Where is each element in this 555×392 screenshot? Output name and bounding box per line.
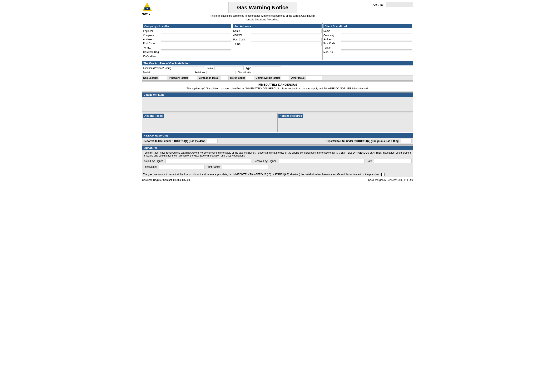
client-name-value[interactable]	[341, 29, 412, 33]
actions-required-header: Actions Required	[278, 114, 303, 118]
gas-escape-value[interactable]	[159, 76, 167, 80]
meter-value[interactable]	[246, 76, 254, 80]
ventilation-item: Ventilation Issue:	[199, 76, 229, 80]
top-section: Company / Installer Engineer Company Add…	[142, 23, 413, 60]
page-title: Gas Warning Notice	[237, 4, 288, 11]
job-postcode-row: Post Code	[233, 38, 321, 42]
signatures-header: Signatures	[142, 146, 413, 150]
client-name-label: Name	[323, 29, 340, 33]
cert-no-field[interactable]	[386, 2, 413, 7]
pipework-value[interactable]	[189, 76, 197, 80]
print-name-row: Print Name: Print Name:	[144, 165, 412, 169]
received-signed-label: Received by: Signed	[253, 160, 276, 163]
signatures-confirm-text: I confirm that I have received this Warn…	[144, 151, 412, 157]
received-signed-value[interactable]	[279, 159, 365, 163]
faults-body[interactable]	[142, 97, 413, 111]
actions-required-body[interactable]	[278, 119, 412, 131]
actions-taken-col: Actions Taken	[142, 113, 278, 132]
make-value[interactable]	[214, 66, 244, 70]
other-item: Other Issue	[291, 76, 322, 80]
print-name1-value[interactable]	[159, 165, 205, 169]
title-box: Gas Warning Notice	[228, 2, 297, 13]
client-company-value[interactable]	[341, 34, 412, 37]
meter-item: Meter Issue:	[230, 76, 254, 80]
postcode-value[interactable]	[161, 42, 232, 45]
job-postcode-value[interactable]	[251, 38, 321, 42]
client-postcode-value[interactable]	[341, 42, 412, 45]
job-address-value-2[interactable]	[251, 35, 321, 35]
ventilation-value[interactable]	[220, 76, 229, 80]
client-address-value-2[interactable]	[341, 39, 412, 39]
job-address-col: Job Address Name Address Post Code	[232, 23, 323, 60]
client-name-row: Name	[323, 29, 412, 33]
idcardno-row: ID Card No.	[143, 55, 232, 58]
subtitle: This form should be completed in accorda…	[156, 14, 369, 22]
address-value-2[interactable]	[161, 39, 232, 39]
other-value[interactable]	[305, 76, 322, 80]
client-company-row: Company	[323, 34, 412, 37]
idcardno-value[interactable]	[161, 55, 232, 58]
job-address-value-4[interactable]	[251, 37, 321, 37]
gas-safe-logo: safe safe	[142, 2, 152, 12]
actions-taken-body[interactable]	[143, 119, 277, 131]
not-present-checkbox[interactable]	[381, 173, 385, 176]
gassafereg-label: Gas Safe Reg	[143, 51, 160, 54]
location-label: Location (Position/Room)	[143, 67, 171, 70]
engineer-label: Engineer	[143, 29, 160, 33]
client-postcode-label: Post Code	[323, 42, 340, 45]
client-address-value-1[interactable]	[341, 38, 412, 38]
engineer-value[interactable]	[161, 29, 232, 33]
type-item: Type	[246, 66, 281, 70]
pipework-item: Pipework Issue:	[169, 76, 197, 80]
job-name-row: Name	[233, 29, 321, 33]
print-name2-label: Print Name:	[207, 166, 220, 168]
location-value[interactable]	[172, 66, 205, 70]
company-row: Company	[143, 34, 232, 37]
model-label: Model	[143, 71, 150, 74]
subtitle-line2: Unsafe Situations Procedure.	[156, 18, 369, 22]
chimney-label: Chimney/Flue Issue:	[256, 76, 280, 80]
company-label: Company	[143, 34, 160, 37]
type-value[interactable]	[252, 66, 281, 70]
print-name2-value[interactable]	[222, 165, 268, 169]
actions-required-col: Actions Required	[278, 113, 413, 132]
company-value[interactable]	[161, 34, 232, 37]
serialno-label: Serial No.	[194, 71, 205, 74]
serialno-item: Serial No.	[194, 71, 235, 74]
model-value[interactable]	[151, 71, 192, 74]
make-item: Make	[207, 66, 243, 70]
job-postcode-label: Post Code	[233, 38, 250, 41]
job-address-value-1[interactable]	[251, 34, 321, 34]
svg-marker-0	[142, 3, 152, 11]
riddor1-value[interactable]	[207, 139, 218, 143]
serialno-value[interactable]	[206, 71, 235, 74]
logo-text: SWFY	[142, 13, 150, 16]
classification-value[interactable]	[253, 71, 282, 74]
classification-item: Classification	[238, 71, 282, 74]
client-address-row: Address	[323, 38, 412, 41]
actions-taken-header: Actions Taken	[143, 114, 164, 118]
address-value-3[interactable]	[161, 40, 232, 40]
issued-signed-value[interactable]	[166, 159, 252, 163]
company-installer-col: Company / Installer Engineer Company Add…	[142, 23, 233, 60]
job-telno-value[interactable]	[251, 42, 321, 46]
riddor2-value[interactable]	[401, 139, 412, 143]
danger-title: IMMEDIATELY DANGEROUS	[144, 83, 412, 86]
job-address-header: Job Address	[233, 24, 321, 28]
address-value-1[interactable]	[161, 38, 232, 38]
client-postcode-row: Post Code	[323, 42, 412, 45]
header: safe safe SWFY Gas Warning Notice This f…	[142, 2, 413, 22]
chimney-value[interactable]	[281, 76, 289, 80]
gassafereg-value[interactable]	[161, 50, 232, 54]
company-installer-header: Company / Installer	[143, 24, 232, 28]
logo-area: safe safe SWFY	[142, 2, 152, 16]
job-address-value-3[interactable]	[251, 36, 321, 36]
gas-escape-label: Gas Escape:	[143, 76, 158, 80]
job-name-value[interactable]	[251, 29, 321, 33]
telno-value[interactable]	[161, 46, 232, 50]
client-mobno-value[interactable]	[341, 50, 412, 54]
client-address-value-3[interactable]	[341, 40, 412, 40]
client-telno-value[interactable]	[341, 46, 412, 50]
issued-signed-row: Issued by: Signed Received by: Signed Da…	[144, 159, 412, 163]
date-value[interactable]	[374, 159, 412, 163]
